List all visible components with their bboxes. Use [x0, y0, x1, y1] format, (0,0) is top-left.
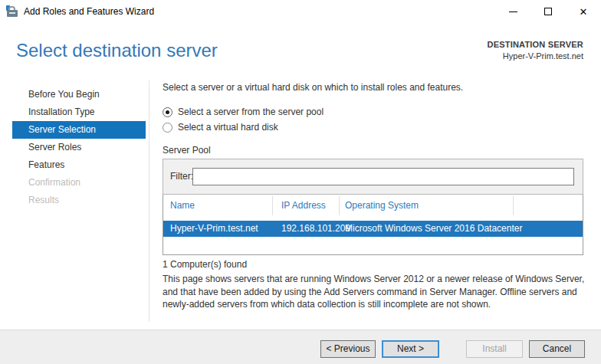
maximize-button[interactable] [536, 0, 560, 23]
wizard-window: Add Roles and Features Wizard ✕ Select d… [0, 0, 601, 364]
sidebar-divider [149, 80, 149, 322]
radio-select-virtual-hard-disk[interactable]: Select a virtual hard disk [163, 121, 278, 133]
cell-server-name: Hyper-V-Prim.test.net [170, 221, 258, 237]
page-title: Select destination server [16, 40, 218, 61]
previous-button[interactable]: < Previous [320, 340, 376, 358]
instruction-text: Select a server or a virtual hard disk o… [163, 82, 586, 93]
close-button[interactable]: ✕ [571, 0, 596, 23]
destination-server-block: DESTINATION SERVER Hyper-V-Prim.test.net [488, 40, 583, 61]
window-title: Add Roles and Features Wizard [24, 0, 154, 25]
titlebar: Add Roles and Features Wizard ✕ [0, 0, 601, 25]
radio-select-server-from-pool[interactable]: Select a server from the server pool [163, 106, 323, 118]
destination-server-value: Hyper-V-Prim.test.net [488, 51, 583, 61]
cell-server-os: Microsoft Windows Server 2016 Datacenter [345, 221, 522, 237]
radio-off-icon [163, 123, 172, 133]
column-header-name[interactable]: Name [170, 195, 195, 217]
column-header-ip-address[interactable]: IP Address [281, 195, 326, 217]
sidebar-item-features[interactable]: Features [0, 156, 149, 174]
minimize-button[interactable] [501, 0, 525, 23]
next-button[interactable]: Next > [382, 340, 439, 358]
sidebar-item-server-selection[interactable]: Server Selection [12, 121, 146, 139]
server-pool-title: Server Pool [163, 145, 211, 156]
column-separator [272, 196, 273, 215]
page-description-text: This page shows servers that are running… [163, 273, 589, 311]
filter-input[interactable] [192, 168, 574, 185]
sidebar-item-installation-type[interactable]: Installation Type [0, 103, 149, 121]
server-pool-table: Name IP Address Operating System Hyper-V… [163, 195, 583, 255]
wizard-steps-sidebar: Before You Begin Installation Type Serve… [0, 86, 149, 209]
column-separator [339, 196, 340, 215]
wizard-app-icon [6, 5, 18, 18]
sidebar-item-confirmation: Confirmation [0, 174, 149, 192]
column-header-operating-system[interactable]: Operating System [345, 195, 419, 217]
server-pool-groupbox: Filter: [163, 159, 583, 195]
table-header-row: Name IP Address Operating System [163, 195, 583, 217]
sidebar-item-results: Results [0, 192, 149, 209]
radio-label: Select a server from the server pool [178, 107, 323, 117]
minimize-icon [509, 11, 517, 12]
close-icon: ✕ [580, 7, 588, 17]
maximize-icon [544, 8, 552, 15]
wizard-footer: < Previous Next > Install Cancel [0, 330, 601, 364]
destination-server-label: DESTINATION SERVER [488, 40, 583, 49]
sidebar-item-server-roles[interactable]: Server Roles [0, 139, 149, 156]
radio-on-icon [163, 107, 172, 117]
computers-found-text: 1 Computer(s) found [163, 259, 247, 270]
filter-label: Filter: [170, 159, 193, 194]
install-button: Install [466, 340, 523, 358]
cancel-button[interactable]: Cancel [529, 340, 585, 358]
radio-label: Select a virtual hard disk [178, 122, 278, 133]
table-row-server-selected[interactable]: Hyper-V-Prim.test.net 192.168.101.209 Mi… [163, 221, 583, 237]
cell-server-ip: 192.168.101.209 [281, 221, 350, 237]
column-separator [513, 196, 514, 215]
sidebar-item-before-you-begin[interactable]: Before You Begin [0, 86, 149, 103]
